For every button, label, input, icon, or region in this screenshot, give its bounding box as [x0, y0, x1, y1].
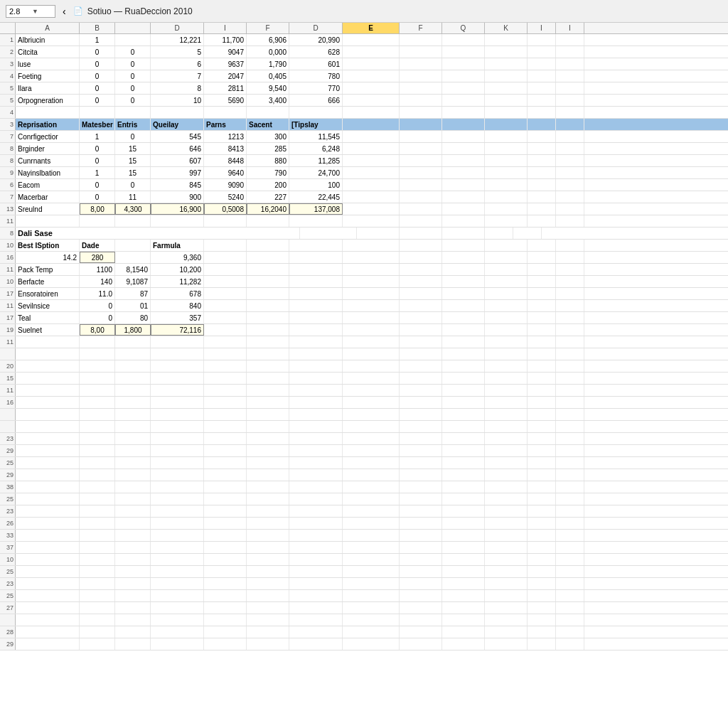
- cell[interactable]: [400, 360, 442, 372]
- cell[interactable]: [204, 530, 247, 541]
- cell[interactable]: [485, 288, 528, 299]
- cell[interactable]: [247, 300, 289, 311]
- cell[interactable]: [80, 602, 115, 614]
- cell[interactable]: 0: [115, 70, 151, 82]
- cell[interactable]: [80, 215, 115, 227]
- cell-e[interactable]: [343, 578, 400, 589]
- cell[interactable]: [485, 119, 528, 130]
- cell[interactable]: [247, 421, 289, 432]
- cell[interactable]: 0: [115, 58, 151, 70]
- cell[interactable]: 997: [151, 167, 204, 178]
- cell-e[interactable]: [343, 276, 400, 287]
- cell[interactable]: [400, 82, 442, 94]
- cell[interactable]: [16, 542, 80, 553]
- cell[interactable]: [80, 336, 115, 348]
- cell[interactable]: [528, 203, 556, 215]
- cell[interactable]: [442, 566, 485, 577]
- cell[interactable]: [400, 566, 442, 577]
- cell[interactable]: [16, 505, 80, 517]
- cell[interactable]: 11,700: [204, 34, 247, 46]
- cell[interactable]: [80, 614, 115, 626]
- cell-e[interactable]: [343, 566, 400, 577]
- cell[interactable]: [247, 360, 289, 372]
- cell[interactable]: [556, 179, 584, 191]
- cell[interactable]: [528, 264, 556, 275]
- cell[interactable]: [115, 215, 151, 227]
- cell[interactable]: [80, 542, 115, 553]
- cell[interactable]: [16, 348, 80, 360]
- cell[interactable]: [204, 481, 247, 493]
- cell[interactable]: [16, 554, 80, 565]
- cell[interactable]: 2047: [204, 70, 247, 82]
- cell[interactable]: [442, 288, 485, 299]
- cell[interactable]: [247, 554, 289, 565]
- cell[interactable]: [528, 493, 556, 505]
- cell[interactable]: [80, 566, 115, 577]
- cell[interactable]: [115, 469, 151, 481]
- cell[interactable]: [151, 469, 204, 481]
- cell[interactable]: [556, 566, 584, 577]
- cell[interactable]: [400, 312, 442, 323]
- cell[interactable]: [204, 312, 247, 323]
- cell[interactable]: 22,445: [289, 191, 343, 203]
- cell[interactable]: [151, 578, 204, 589]
- cell[interactable]: Macerbar: [16, 191, 80, 203]
- cell[interactable]: [151, 397, 204, 408]
- cell[interactable]: 24,700: [289, 167, 343, 178]
- cell[interactable]: [204, 360, 247, 372]
- cell[interactable]: [247, 312, 289, 323]
- cell[interactable]: [556, 203, 584, 215]
- cell-e[interactable]: [343, 155, 400, 166]
- cell[interactable]: [247, 107, 289, 118]
- cell[interactable]: [442, 336, 485, 348]
- cell[interactable]: [204, 457, 247, 469]
- cell[interactable]: [247, 264, 289, 275]
- cell[interactable]: [400, 578, 442, 589]
- cell-e[interactable]: [343, 373, 400, 384]
- cell[interactable]: 357: [151, 312, 204, 323]
- cell-e[interactable]: [343, 179, 400, 191]
- cell[interactable]: [485, 614, 528, 626]
- cell[interactable]: [289, 324, 343, 336]
- cell[interactable]: [204, 336, 247, 348]
- cell[interactable]: 10,200: [151, 264, 204, 275]
- cell[interactable]: [151, 385, 204, 396]
- cell[interactable]: [528, 155, 556, 166]
- cell[interactable]: [204, 505, 247, 517]
- cell[interactable]: [442, 143, 485, 154]
- cell[interactable]: [528, 34, 556, 46]
- cell[interactable]: [485, 34, 528, 46]
- cell[interactable]: [485, 300, 528, 311]
- cell[interactable]: [442, 276, 485, 287]
- cell[interactable]: [115, 505, 151, 517]
- cell[interactable]: [204, 493, 247, 505]
- cell[interactable]: [204, 445, 247, 456]
- cell[interactable]: 11,545: [289, 131, 343, 142]
- cell-e[interactable]: [343, 336, 400, 348]
- cell[interactable]: [289, 638, 343, 650]
- cell[interactable]: [528, 300, 556, 311]
- cell[interactable]: [485, 203, 528, 215]
- cell[interactable]: [115, 493, 151, 505]
- cell[interactable]: [528, 578, 556, 589]
- cell[interactable]: [80, 445, 115, 456]
- cell[interactable]: [115, 614, 151, 626]
- cell[interactable]: [442, 131, 485, 142]
- cell[interactable]: 0: [80, 312, 115, 323]
- cell[interactable]: [400, 638, 442, 650]
- cell[interactable]: [16, 360, 80, 372]
- cell[interactable]: [247, 457, 289, 469]
- cell[interactable]: 0: [80, 95, 115, 106]
- cell[interactable]: 20,990: [289, 34, 343, 46]
- cell[interactable]: [115, 626, 151, 638]
- cell[interactable]: [16, 590, 80, 601]
- cell[interactable]: [247, 215, 289, 227]
- cell[interactable]: [556, 34, 584, 46]
- cell[interactable]: [204, 578, 247, 589]
- cell[interactable]: [289, 360, 343, 372]
- cell[interactable]: [115, 409, 151, 420]
- cell[interactable]: [485, 493, 528, 505]
- cell[interactable]: [442, 34, 485, 46]
- cell-boxed[interactable]: 280: [80, 252, 115, 263]
- cell[interactable]: [556, 240, 584, 251]
